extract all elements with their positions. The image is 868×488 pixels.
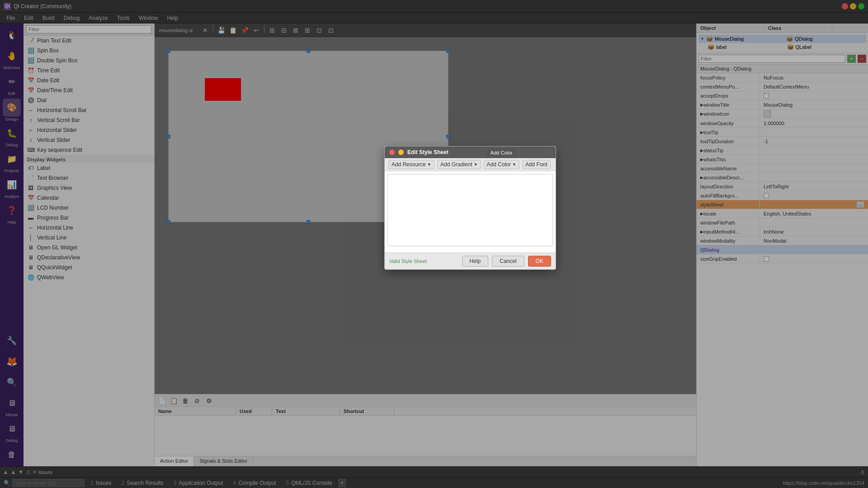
- edit-stylesheet-dialog: Edit Style Sheet Add Resource ▼ Add Grad…: [384, 146, 556, 270]
- modal-titlebar: Edit Style Sheet: [385, 146, 556, 158]
- modal-toolbar: Add Resource ▼ Add Gradient ▼ Add Color …: [385, 158, 556, 171]
- modal-close-dot[interactable]: [389, 150, 395, 155]
- add-gradient-label: Add Gradient: [440, 161, 472, 168]
- modal-min-dot[interactable]: [398, 150, 404, 155]
- add-gradient-dropdown[interactable]: Add Gradient ▼: [437, 160, 481, 169]
- valid-stylesheet-text: Valid Style Sheet: [389, 258, 427, 264]
- add-resource-label: Add Resource: [392, 161, 426, 168]
- modal-footer-buttons: Help Cancel OK: [462, 256, 551, 267]
- add-gradient-arrow: ▼: [474, 162, 478, 167]
- add-color-arrow: ▼: [512, 162, 516, 167]
- modal-overlay: Edit Style Sheet Add Resource ▼ Add Grad…: [0, 0, 868, 488]
- help-button[interactable]: Help: [462, 256, 489, 267]
- cancel-button[interactable]: Cancel: [492, 256, 524, 267]
- modal-footer: Valid Style Sheet Help Cancel OK: [385, 253, 556, 269]
- add-resource-dropdown[interactable]: Add Resource ▼: [388, 160, 434, 169]
- add-resource-arrow: ▼: [427, 162, 431, 167]
- modal-body: [385, 171, 556, 253]
- add-color-dropdown[interactable]: Add Color ▼ Add Color: [484, 160, 519, 169]
- stylesheet-editor[interactable]: [387, 174, 553, 246]
- add-color-label: Add Color: [487, 161, 511, 168]
- add-font-dropdown[interactable]: Add Font: [522, 160, 551, 169]
- ok-button[interactable]: OK: [528, 256, 551, 267]
- add-font-label: Add Font: [525, 161, 547, 168]
- modal-title: Edit Style Sheet: [407, 149, 448, 155]
